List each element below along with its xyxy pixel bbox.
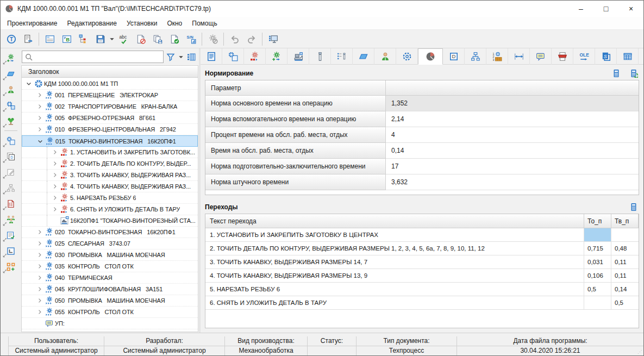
norm-row-value[interactable]: 17: [386, 159, 639, 174]
tree-item-up[interactable]: УП:: [22, 318, 198, 329]
chevron-right-icon[interactable]: [35, 263, 44, 270]
copy-save-button[interactable]: [149, 32, 166, 47]
sketch-button[interactable]: [353, 48, 374, 65]
tree-item-operation-005[interactable]: 005 ФРЕЗЕРНО-ОТРЕЗНАЯ 8Г661: [22, 113, 198, 124]
tree-item-operation-045[interactable]: 045 КРУГЛОШЛИФОВАЛЬНАЯ 3А151: [22, 284, 198, 295]
chevron-right-icon[interactable]: [35, 252, 44, 258]
save-button[interactable]: [92, 32, 109, 47]
chevron-right-icon[interactable]: [50, 172, 59, 178]
equipment-button[interactable]: [287, 48, 309, 65]
tree-item-operation-015-selected[interactable]: 015 ТОКАРНО-ВИНТОРЕЗНАЯ 16К20ПФ1: [22, 135, 198, 147]
text-template-button[interactable]: [3, 32, 20, 47]
tree-column-header[interactable]: Заголовок: [22, 66, 198, 78]
panel-edit-button[interactable]: [3, 164, 19, 180]
transition-to[interactable]: 0,715: [584, 242, 611, 255]
to-header[interactable]: То_п: [584, 214, 611, 228]
tree-item-transition-5[interactable]: 5. НАРЕЗАТЬ РЕЗЬБУ 6: [22, 192, 198, 204]
panel-transitions-button[interactable]: [3, 50, 19, 66]
norm-row-value[interactable]: 1,352: [386, 96, 639, 111]
approve-document-button[interactable]: [166, 32, 183, 47]
add-transition-button[interactable]: [266, 48, 287, 65]
tree-item-operation-030[interactable]: 030 ПРОМЫВКА МАШИНА МОЕЧНАЯ: [22, 249, 198, 261]
tree-item-operation-001[interactable]: 001 ПЕРЕМЕЩЕНИЕ ЭЛЕКТРОКАР: [22, 90, 198, 101]
tool-list-button[interactable]: [331, 48, 353, 65]
blank-form-button[interactable]: [58, 32, 75, 47]
tooling-button[interactable]: [309, 48, 331, 65]
chevron-right-icon[interactable]: [50, 206, 59, 213]
materials-table-button[interactable]: [486, 48, 508, 65]
chevron-right-icon[interactable]: [35, 286, 44, 292]
panel-personnel-button[interactable]: [3, 82, 19, 97]
value-column-header[interactable]: [386, 80, 639, 96]
norms-button-active[interactable]: [418, 48, 443, 65]
norm-row-value[interactable]: 3,632: [386, 174, 639, 190]
tree-item-transition-6[interactable]: 6. СНЯТЬ И УЛОЖИТЬ ДЕТАЛЬ В ТАРУ: [22, 204, 198, 215]
modes-button[interactable]: [396, 48, 418, 65]
tree-item-transition-3[interactable]: 3. ТОЧИТЬ КАНАВКУ, ВЫДЕРЖИВАЯ РАЗ...: [22, 170, 198, 181]
print-button[interactable]: [552, 48, 573, 65]
calculator-icon[interactable]: [629, 203, 638, 211]
comments-button[interactable]: [530, 48, 552, 65]
panel-people-button[interactable]: [3, 211, 19, 227]
transition-text[interactable]: 6. СНЯТЬ И УЛОЖИТЬ ДЕТАЛЬ В ТАРУ: [205, 296, 584, 310]
chevron-right-icon[interactable]: [50, 160, 59, 167]
transition-tv[interactable]: 0,11: [611, 269, 639, 283]
transition-to[interactable]: [584, 296, 611, 310]
chevron-right-icon[interactable]: [35, 240, 44, 247]
dimensions-button[interactable]: [508, 48, 530, 65]
chevron-right-icon[interactable]: [35, 126, 44, 133]
menu-proektirovanie[interactable]: Проектирование: [2, 17, 62, 30]
tree-item-root[interactable]: КДМ 1000.00.00.001 М1 ТП: [22, 78, 198, 90]
transition-text[interactable]: 4. ТОЧИТЬ КАНАВКУ, ВЫДЕРЖИВАЯ РАЗМЕРЫ 13…: [205, 269, 584, 283]
table-view-button[interactable]: [617, 48, 639, 65]
chevron-right-icon[interactable]: [35, 103, 44, 110]
panel-pie-page-button[interactable]: [3, 133, 19, 148]
menu-okno[interactable]: Окно: [162, 17, 187, 30]
panel-document-window-button[interactable]: [3, 148, 19, 164]
transition-text[interactable]: 1. УСТАНОВИТЬ И ЗАКРЕПИТЬ ЗАГОТОВКУ В ЦЕ…: [205, 228, 584, 242]
disabled-settings-button[interactable]: [204, 32, 221, 47]
personnel-button[interactable]: [374, 48, 396, 65]
transition-to[interactable]: 0,5: [584, 283, 611, 296]
calculator-refresh-icon[interactable]: [629, 69, 638, 78]
undo-button[interactable]: [226, 32, 243, 47]
workstation-view-button[interactable]: [265, 32, 282, 47]
transition-text-header[interactable]: Текст перехода: [205, 214, 584, 228]
tree-item-operation-020[interactable]: 020 ТОКАРНО-ВИНТОРЕЗНАЯ 16К20ПФ1: [22, 227, 198, 238]
chevron-right-icon[interactable]: [35, 115, 44, 121]
transition-tv[interactable]: 0,11: [611, 255, 639, 269]
chevron-right-icon[interactable]: [35, 297, 44, 304]
cancel-document-button[interactable]: [132, 32, 149, 47]
text-view-button[interactable]: [201, 48, 222, 65]
panel-contour-button[interactable]: [3, 243, 19, 259]
tree-item-operation-035[interactable]: 035 КОНТРОЛЬ СТОЛ ОТК: [22, 261, 198, 272]
menu-redaktirovanie[interactable]: Редактирование: [62, 17, 122, 30]
maximize-button[interactable]: □: [593, 1, 618, 17]
filter-dropdown[interactable]: [178, 51, 184, 63]
redo-button[interactable]: [243, 32, 260, 47]
search-input[interactable]: [35, 53, 161, 61]
transition-to[interactable]: 0,031: [584, 255, 611, 269]
script-page-button[interactable]: [595, 48, 617, 65]
panel-tree-button[interactable]: [3, 113, 19, 129]
panel-sketch-button[interactable]: [3, 66, 19, 82]
param-column-header[interactable]: Параметр: [205, 80, 386, 96]
tree-item-operation-040[interactable]: 040 ТЕРМИЧЕСКАЯ: [22, 272, 198, 284]
chevron-right-icon[interactable]: [35, 274, 44, 281]
tv-header[interactable]: Тв_п: [611, 214, 639, 228]
tree-item-operation-002[interactable]: 002 ТРАНСПОРТИРОВАНИЕ КРАН-БАЛКА: [22, 101, 198, 113]
norm-row-value[interactable]: 0,14: [386, 143, 639, 159]
panel-hierarchy-button[interactable]: [3, 180, 19, 196]
norm-row-value[interactable]: 4: [386, 127, 639, 143]
hierarchy-button[interactable]: [465, 48, 486, 65]
chevron-right-icon[interactable]: [35, 229, 44, 235]
panel-operation-set-button[interactable]: [3, 97, 19, 113]
tree-item-operation-010[interactable]: 010 ФРЕЗЕРНО-ЦЕНТРОВАЛЬНАЯ 2Г942: [22, 124, 198, 135]
transition-tv[interactable]: 0,14: [611, 283, 639, 296]
filter-button[interactable]: [165, 51, 176, 63]
chevron-right-icon[interactable]: [50, 195, 59, 201]
documents-button[interactable]: [443, 48, 465, 65]
chevron-right-icon[interactable]: [35, 92, 44, 98]
transition-tv[interactable]: 0,5: [611, 296, 639, 310]
transition-tv[interactable]: 0,48: [611, 242, 639, 255]
